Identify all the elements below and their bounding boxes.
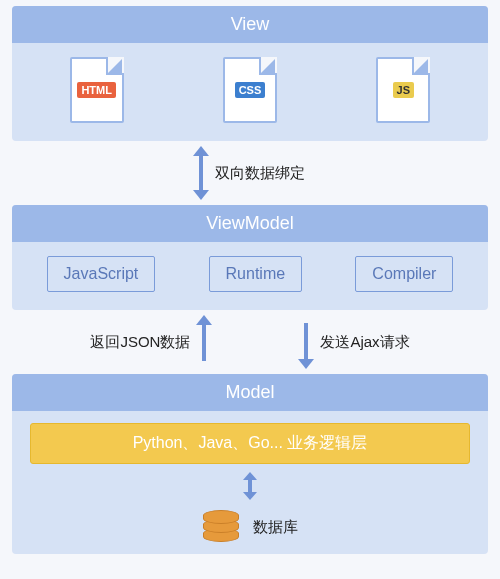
css-file-icon: CSS (223, 57, 277, 123)
css-badge: CSS (235, 82, 266, 98)
js-badge: JS (393, 82, 414, 98)
view-title: View (12, 6, 488, 43)
vm-item-javascript: JavaScript (47, 256, 156, 292)
send-ajax-label: 发送Ajax请求 (320, 333, 409, 352)
business-logic-layer: Python、Java、Go... 业务逻辑层 (30, 423, 470, 464)
view-layer: View HTML CSS JS (12, 6, 488, 141)
html-file-icon: HTML (70, 57, 124, 123)
html-badge: HTML (77, 82, 116, 98)
viewmodel-title: ViewModel (12, 205, 488, 242)
return-json-label: 返回JSON数据 (90, 333, 190, 352)
model-body: Python、Java、Go... 业务逻辑层 数据库 (12, 411, 488, 554)
viewmodel-layer: ViewModel JavaScript Runtime Compiler (12, 205, 488, 310)
view-body: HTML CSS JS (12, 43, 488, 141)
two-way-binding-label: 双向数据绑定 (215, 164, 305, 183)
vm-item-runtime: Runtime (209, 256, 303, 292)
viewmodel-body: JavaScript Runtime Compiler (12, 242, 488, 310)
model-title: Model (12, 374, 488, 411)
view-vm-connector: 双向数据绑定 (12, 141, 488, 205)
database-row: 数据库 (203, 510, 298, 544)
model-layer: Model Python、Java、Go... 业务逻辑层 数据库 (12, 374, 488, 554)
vm-item-compiler: Compiler (355, 256, 453, 292)
database-icon (203, 510, 239, 544)
js-file-icon: JS (376, 57, 430, 123)
down-arrow-icon (300, 315, 312, 369)
database-label: 数据库 (253, 518, 298, 537)
two-way-arrow-icon (195, 146, 207, 200)
model-db-arrow-icon (245, 472, 255, 500)
vm-model-connector: 返回JSON数据 发送Ajax请求 (12, 310, 488, 374)
up-arrow-icon (198, 315, 210, 369)
